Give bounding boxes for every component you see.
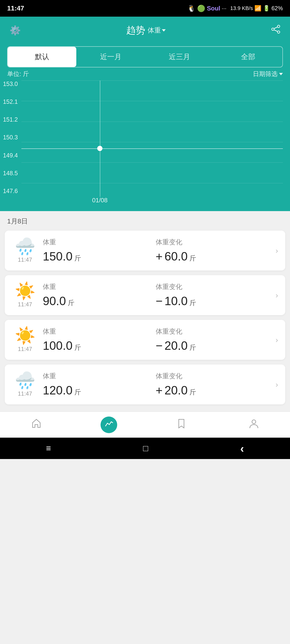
share-icon[interactable]	[271, 24, 280, 36]
chart-wrapper: 153.0 152.1 151.2 150.3 149.4 148.5 147.…	[0, 78, 290, 211]
tab-all[interactable]: 全部	[214, 47, 282, 67]
android-home-button[interactable]: □	[143, 443, 148, 453]
android-nav: ≡ □ ‹	[0, 438, 290, 459]
weather-wrap-0: 🌧️ 11:47	[12, 238, 38, 263]
change-col-2: 体重变化 − 20.0 斤	[156, 327, 269, 353]
weather-icon-2: ☀️	[15, 327, 36, 344]
bottom-nav	[0, 412, 290, 438]
y-label-4: 149.4	[3, 152, 20, 159]
weight-label-1: 体重	[43, 282, 156, 291]
weight-label-2: 体重	[43, 327, 156, 336]
change-label-1: 体重变化	[156, 282, 269, 291]
change-value-2: − 20.0 斤	[156, 339, 269, 353]
weight-col-2: 体重 100.0 斤	[43, 327, 156, 353]
unit-label: 单位: 斤	[7, 70, 29, 78]
change-col-0: 体重变化 + 60.0 斤	[156, 238, 269, 263]
cursor-vertical-line	[100, 80, 100, 197]
record-card-0[interactable]: 🌧️ 11:47 体重 150.0 斤 体重变化 + 60.0 斤	[5, 230, 285, 270]
svg-line-3	[274, 27, 278, 29]
battery-icon: 🔋	[263, 5, 270, 12]
android-menu-button[interactable]: ≡	[46, 443, 51, 453]
chevron-down-icon	[162, 29, 166, 32]
nav-bookmark[interactable]	[145, 412, 217, 438]
battery-percent: 62%	[271, 5, 283, 12]
record-data-2: 体重 100.0 斤 体重变化 − 20.0 斤	[43, 327, 268, 353]
y-label-3: 150.3	[3, 134, 20, 141]
title-text: 趋势	[126, 24, 145, 37]
record-arrow-0: ›	[275, 246, 278, 255]
change-col-3: 体重变化 + 20.0 斤	[156, 372, 269, 397]
record-card-3[interactable]: 🌧️ 11:47 体重 120.0 斤 体重变化 + 20.0 斤	[5, 364, 285, 404]
svg-line-4	[274, 30, 278, 32]
y-label-2: 151.2	[3, 116, 20, 123]
tab-one-month[interactable]: 近一月	[76, 47, 145, 67]
header-title: 趋势 体重	[126, 24, 166, 37]
record-card-2[interactable]: ☀️ 11:47 体重 100.0 斤 体重变化 − 20.0 斤	[5, 320, 285, 360]
record-data-3: 体重 120.0 斤 体重变化 + 20.0 斤	[43, 372, 268, 397]
weight-label-3: 体重	[43, 372, 156, 381]
date-filter-button[interactable]: 日期筛选	[253, 70, 283, 78]
chart-inner[interactable]: 01/08	[22, 80, 283, 204]
weather-wrap-1: ☀️ 11:47	[12, 282, 38, 308]
grid-line-2	[22, 122, 283, 122]
data-point	[97, 146, 102, 151]
settings-icon[interactable]: ⚙️	[10, 25, 21, 36]
record-card-1[interactable]: ☀️ 11:47 体重 90.0 斤 体重变化 − 10.0 斤	[5, 275, 285, 315]
weather-icon-0: 🌧️	[15, 238, 36, 254]
grid-line-3	[22, 142, 283, 142]
status-time: 11:47	[7, 4, 24, 12]
svg-point-2	[272, 28, 274, 30]
record-data-0: 体重 150.0 斤 体重变化 + 60.0 斤	[43, 238, 268, 263]
app-icon-qq: 🐧	[187, 4, 196, 12]
app-icon-green: 🟢	[197, 4, 205, 12]
weather-icon-1: ☀️	[15, 282, 36, 299]
grid-line-4	[22, 162, 283, 163]
tabs-container: 默认 近一月 近三月 全部	[7, 46, 283, 68]
weight-value-2: 100.0 斤	[43, 339, 156, 353]
android-back-button[interactable]: ‹	[240, 442, 244, 455]
app-icon-soul: Soul	[207, 5, 220, 12]
date-section: 1月8日	[0, 211, 290, 228]
tab-three-months[interactable]: 近三月	[145, 47, 214, 67]
y-label-5: 148.5	[3, 170, 20, 177]
change-value-0: + 60.0 斤	[156, 250, 269, 263]
bookmark-icon	[176, 418, 187, 432]
weight-value-1: 90.0 斤	[43, 294, 156, 308]
weather-wrap-3: 🌧️ 11:47	[12, 372, 38, 397]
profile-icon	[248, 418, 259, 432]
change-value-3: + 20.0 斤	[156, 384, 269, 397]
weight-label-0: 体重	[43, 238, 156, 247]
weather-wrap-2: ☀️ 11:47	[12, 327, 38, 352]
header-section: ⚙️ 趋势 体重 默认 近一月 近三	[0, 16, 290, 211]
data-horizontal-line	[22, 148, 283, 149]
network-speed: 13.9 KB/s	[230, 5, 253, 12]
weight-value-3: 120.0 斤	[43, 384, 156, 397]
nav-home[interactable]	[0, 412, 73, 438]
tab-default[interactable]: 默认	[8, 47, 76, 67]
record-data-1: 体重 90.0 斤 体重变化 − 10.0 斤	[43, 282, 268, 308]
header-subtitle[interactable]: 体重	[148, 26, 166, 35]
change-label-3: 体重变化	[156, 372, 269, 381]
y-label-6: 147.6	[3, 188, 20, 194]
change-col-1: 体重变化 − 10.0 斤	[156, 282, 269, 308]
trend-icon	[105, 419, 113, 430]
filter-chevron-icon	[279, 73, 283, 75]
records-container: 🌧️ 11:47 体重 150.0 斤 体重变化 + 60.0 斤	[0, 228, 290, 412]
record-arrow-2: ›	[275, 336, 278, 344]
record-time-1: 11:47	[18, 301, 32, 308]
change-value-1: − 10.0 斤	[156, 294, 269, 308]
record-time-3: 11:47	[18, 390, 32, 397]
x-axis-label: 01/08	[92, 196, 107, 204]
nav-profile[interactable]	[217, 412, 290, 438]
nav-trend[interactable]	[73, 412, 145, 438]
home-icon	[31, 418, 42, 432]
signal-icons: 📶	[254, 5, 261, 12]
status-bar: 11:47 🐧 🟢 Soul ··· 13.9 KB/s 📶 🔋 62%	[0, 0, 290, 16]
y-label-0: 153.0	[3, 80, 20, 88]
grid-line-5	[22, 183, 283, 183]
y-axis-labels: 153.0 152.1 151.2 150.3 149.4 148.5 147.…	[0, 80, 20, 204]
svg-point-1	[277, 31, 280, 33]
svg-point-0	[277, 25, 280, 28]
change-label-2: 体重变化	[156, 327, 269, 336]
weight-col-3: 体重 120.0 斤	[43, 372, 156, 397]
